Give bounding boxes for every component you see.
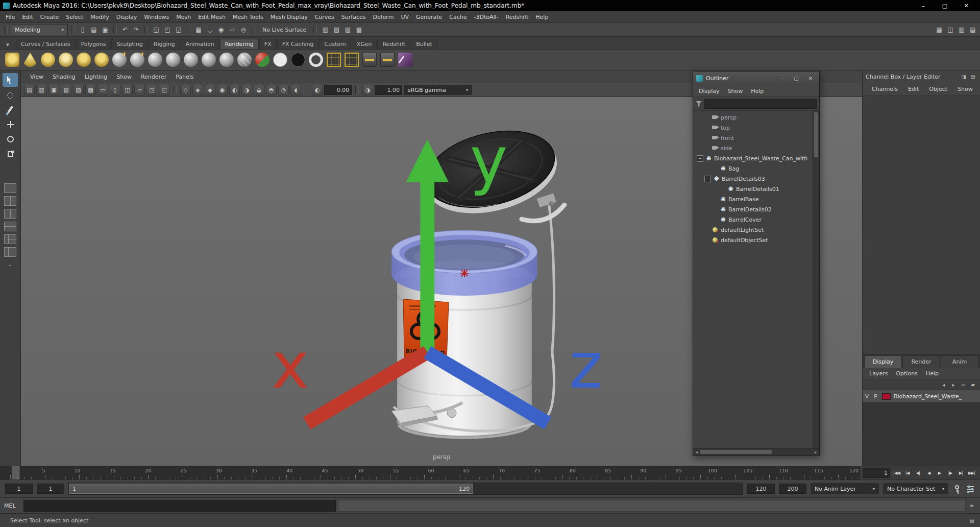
film-gate-icon[interactable]: ▭ <box>97 85 108 95</box>
menu-item[interactable]: File <box>2 14 18 20</box>
grip-handle[interactable] <box>187 26 190 34</box>
layout-two-pane-stacked-button[interactable] <box>4 222 16 231</box>
animation-start-field[interactable] <box>5 484 33 494</box>
layer-editor-tab[interactable]: Anim <box>941 355 978 368</box>
expand-collapse-icon[interactable] <box>712 197 718 202</box>
shelf-clamp-a-button[interactable] <box>362 53 377 67</box>
snap-to-grid-button[interactable]: ▦ <box>193 25 204 35</box>
outliner-minimize-button[interactable]: – <box>776 74 788 83</box>
menu-item[interactable]: Mesh Tools <box>229 14 267 20</box>
outliner-menu-item[interactable]: Help <box>747 88 767 94</box>
expand-collapse-icon[interactable] <box>712 217 718 223</box>
toggle-channel-box-button[interactable]: ▤ <box>968 25 978 35</box>
menu-set-dropdown[interactable]: Modeling ▾ <box>11 24 68 35</box>
render-current-frame-button[interactable]: ▨ <box>331 25 341 35</box>
expand-collapse-icon[interactable] <box>720 186 725 192</box>
close-button[interactable]: ✕ <box>955 1 977 11</box>
undo-button[interactable]: ↶ <box>120 25 130 35</box>
expand-collapse-icon[interactable] <box>704 125 710 131</box>
step-forward-key-button[interactable]: |▶ <box>945 468 955 478</box>
layer-editor-tab[interactable]: Display <box>864 355 902 368</box>
grip-handle[interactable] <box>252 26 255 34</box>
expand-collapse-icon[interactable] <box>704 237 710 243</box>
layout-single-pane-button[interactable] <box>4 183 16 193</box>
go-to-end-button[interactable]: ▶▶| <box>966 468 977 478</box>
expand-collapse-icon[interactable]: − <box>704 176 711 182</box>
menu-item[interactable]: Edit <box>18 14 36 20</box>
command-line-input[interactable] <box>23 500 336 512</box>
render-settings-button[interactable]: ▩ <box>354 25 364 35</box>
outliner-search-input[interactable] <box>704 99 817 109</box>
view-grid-icon[interactable]: ▩ <box>85 85 96 95</box>
anim-layer-dropdown[interactable]: No Anim Layer ▾ <box>811 483 879 494</box>
expand-collapse-icon[interactable]: − <box>697 155 703 162</box>
panel-menu-item[interactable]: View <box>26 74 47 80</box>
rotate-tool[interactable] <box>3 132 18 146</box>
panel-menu-icon[interactable]: ▤ <box>969 73 977 81</box>
panel-menu-item[interactable]: Lighting <box>81 74 111 80</box>
menu-item[interactable]: Edit Mesh <box>194 14 229 20</box>
ipr-render-button[interactable]: ▧ <box>342 25 353 35</box>
menu-item[interactable]: Modify <box>87 14 112 20</box>
image-plane-icon[interactable]: ▨ <box>73 85 84 95</box>
layer-move-up-icon[interactable]: ◂ <box>940 380 948 389</box>
maximize-button[interactable]: ▢ <box>934 1 955 11</box>
shelf-point-light-button[interactable] <box>41 53 55 67</box>
playback-end-field[interactable] <box>747 484 775 494</box>
outliner-item[interactable]: side <box>693 143 813 153</box>
menu-item[interactable]: Mesh Display <box>267 14 311 20</box>
outliner-item[interactable]: persp <box>693 112 813 123</box>
menu-item[interactable]: Mesh <box>173 14 194 20</box>
redo-button[interactable]: ↷ <box>131 25 141 35</box>
open-render-view-button[interactable]: ▥ <box>320 25 330 35</box>
menu-item[interactable]: Deform <box>369 14 397 20</box>
outliner-item[interactable]: front <box>693 133 813 143</box>
shelf-directional-light-button[interactable] <box>59 53 73 67</box>
shelf-black-hole-shader-button[interactable] <box>291 53 305 67</box>
script-editor-icon[interactable]: ≡ <box>968 501 976 510</box>
layer-row[interactable]: V P Biohazard_Steel_Waste_ <box>863 390 980 403</box>
outliner-item[interactable]: BarrelBase <box>693 194 813 204</box>
menu-item[interactable]: Select <box>62 14 87 20</box>
layer-editor-menu-item[interactable]: Help <box>922 370 942 377</box>
expand-collapse-icon[interactable] <box>712 166 718 172</box>
play-backwards-button[interactable]: ◀ <box>923 468 934 478</box>
timeline-ruler[interactable]: 5101520253035404550556065707580859095100… <box>10 466 859 480</box>
scrollbar-thumb[interactable] <box>814 112 818 157</box>
lasso-select-tool[interactable] <box>3 88 18 102</box>
create-empty-layer-icon[interactable]: ▱ <box>959 380 967 389</box>
layer-editor-menu-item[interactable]: Options <box>892 370 921 377</box>
shelf-uv-snapshot-button[interactable] <box>345 53 359 67</box>
grip-handle[interactable] <box>144 26 148 34</box>
scrollbar-thumb[interactable] <box>700 450 772 454</box>
use-all-lights-icon[interactable]: ◉ <box>217 85 228 95</box>
outliner-item[interactable]: BarrelDetails01 <box>693 184 813 194</box>
panel-menu-item[interactable]: Panels <box>172 74 198 80</box>
select-tool[interactable] <box>3 73 18 87</box>
scroll-left-icon[interactable]: ◂ <box>694 450 699 454</box>
shelf-shading-map-button[interactable] <box>255 53 270 67</box>
expand-collapse-icon[interactable] <box>704 227 710 233</box>
grip-handle[interactable] <box>71 26 75 34</box>
exposure-field[interactable] <box>324 85 352 95</box>
outliner-item[interactable]: defaultObjectSet <box>693 235 813 245</box>
shelf-tab[interactable]: Curves / Surfaces <box>16 39 76 49</box>
animation-end-field[interactable] <box>779 484 806 494</box>
shelf-ambient-light-button[interactable] <box>5 53 19 67</box>
range-slider-handle[interactable]: 1 120 <box>69 484 473 494</box>
layer-editor-menu-item[interactable]: Layers <box>866 370 891 377</box>
safe-action-icon[interactable]: ◳ <box>146 85 157 95</box>
shelf-assign-blinn-button[interactable] <box>112 53 127 67</box>
layout-three-pane-button[interactable] <box>4 234 16 244</box>
snap-to-plane-button[interactable]: ▱ <box>227 25 237 35</box>
layer-name[interactable]: Biohazard_Steel_Waste_ <box>893 393 980 400</box>
channel-box-menu-item[interactable]: Object <box>925 86 951 92</box>
bookmarks-icon[interactable]: ▧ <box>61 85 71 95</box>
playhead[interactable] <box>12 466 19 480</box>
shelf-tab[interactable]: Custom <box>320 39 351 49</box>
expand-collapse-icon[interactable] <box>704 135 710 141</box>
motion-blur-icon[interactable]: ◒ <box>254 85 264 95</box>
layout-more-button[interactable]: - <box>9 261 11 268</box>
select-camera-icon[interactable]: ▤ <box>24 85 35 95</box>
filter-icon[interactable] <box>696 101 702 107</box>
